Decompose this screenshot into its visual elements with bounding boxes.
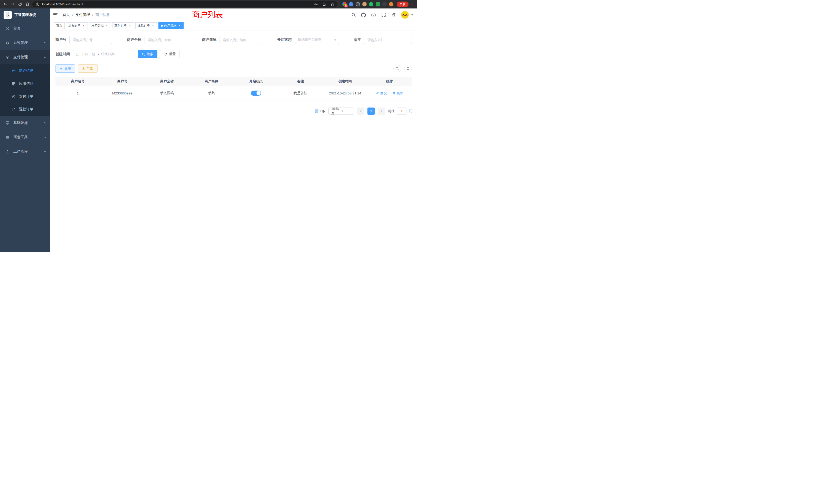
edit-button[interactable]: 修改	[376, 91, 387, 95]
date-range-picker[interactable]: 开始日期 - 结束日期	[73, 50, 134, 58]
avatar-caret-icon[interactable]: ▾	[411, 13, 413, 17]
extension-icon-4[interactable]	[362, 2, 367, 6]
sidebar-submenu-payment: 商户信息 应用信息 支付订单	[0, 64, 50, 116]
refresh-table-button[interactable]	[404, 65, 412, 72]
close-icon[interactable]: ×	[178, 24, 181, 27]
merchant-short-name-input[interactable]	[220, 36, 262, 44]
tag-home[interactable]: 首页	[54, 22, 65, 29]
browser-extensions: 10	[342, 2, 393, 6]
tag-user-group[interactable]: 用户分组 ×	[89, 22, 111, 29]
goto-page-input[interactable]	[397, 108, 407, 115]
close-icon[interactable]: ×	[105, 24, 109, 27]
browser-back-icon[interactable]	[3, 2, 8, 7]
prev-page-button[interactable]	[357, 108, 364, 115]
sidebar-item-workflow[interactable]: 工作流程	[0, 144, 50, 159]
browser-refresh-icon[interactable]	[18, 2, 23, 7]
remark-input[interactable]	[364, 36, 412, 44]
sidebar-item-merchant-info[interactable]: 商户信息	[0, 64, 50, 77]
tag-pay-order[interactable]: 支付订单 ×	[112, 22, 134, 29]
browser-home-icon[interactable]	[25, 2, 30, 7]
sidebar-item-label: 研发工具	[13, 135, 28, 140]
delete-button[interactable]: 删除	[392, 91, 403, 95]
table-toolbar: 新增 导出	[56, 64, 412, 73]
col-actions: 操作	[368, 77, 412, 86]
status-select[interactable]: 请选择开启状态 ▾	[295, 36, 339, 44]
share-icon[interactable]	[322, 2, 327, 7]
tag-refund-order[interactable]: 退款订单 ×	[135, 22, 157, 29]
active-dot	[161, 25, 163, 27]
add-button[interactable]: 新增	[56, 64, 75, 73]
extension-icon-2[interactable]	[349, 2, 353, 6]
cell-actions: 修改 删除	[368, 86, 412, 100]
hamburger-icon[interactable]	[53, 12, 59, 18]
sidebar-item-pay-order[interactable]: 支付订单	[0, 90, 50, 103]
document-icon	[11, 108, 16, 111]
reset-button[interactable]: 重置	[160, 50, 180, 58]
yen-icon: ¥	[5, 55, 10, 59]
logo-image	[4, 11, 12, 19]
merchant-name-input[interactable]	[145, 36, 187, 44]
site-info-icon[interactable]	[35, 2, 40, 7]
table-row: 1 M233666999 芋道源码 芋艿 我是备注 2021-10-23 08:…	[56, 86, 412, 100]
sidebar-item-label: 退款订单	[19, 107, 34, 112]
extension-icon-6[interactable]	[376, 2, 380, 6]
close-icon[interactable]: ×	[82, 24, 86, 27]
status-toggle[interactable]	[251, 91, 261, 96]
sidebar-logo[interactable]: 芋道管理系统	[0, 8, 50, 21]
app-title: 芋道管理系统	[14, 13, 36, 17]
help-icon[interactable]: ?	[371, 12, 376, 18]
search-button[interactable]: 搜索	[138, 50, 157, 58]
next-page-button[interactable]	[378, 108, 385, 115]
extension-icon-5[interactable]	[369, 2, 373, 6]
browser-menu-icon[interactable]: ⋮	[411, 2, 414, 7]
url-host: localhost:1024	[42, 3, 63, 6]
col-status: 开启状态	[234, 77, 278, 86]
filter-label: 创建时间	[56, 52, 70, 56]
sidebar-item-dev-tools[interactable]: 研发工具	[0, 130, 50, 144]
cell-full-name: 芋道源码	[145, 86, 189, 100]
user-avatar[interactable]	[401, 11, 409, 19]
address-bar[interactable]: localhost:1024/pay/merchant	[32, 1, 337, 7]
sidebar-item-label: 基础设施	[13, 121, 28, 125]
extension-icon-1[interactable]: 10	[342, 2, 347, 6]
chevron-down-icon	[44, 41, 47, 44]
bookmark-star-icon[interactable]	[330, 2, 335, 7]
sidebar-item-system[interactable]: ⚙ 系统管理	[0, 36, 50, 50]
page-button-1[interactable]: 1	[368, 108, 375, 115]
sidebar-item-home[interactable]: 首页	[0, 21, 50, 36]
browser-update-button[interactable]: 更新	[397, 2, 409, 7]
cell-remark: 我是备注	[278, 86, 323, 100]
sidebar-item-label: 系统管理	[13, 41, 28, 45]
sidebar-item-refund-order[interactable]: 退款订单	[0, 103, 50, 116]
sidebar-item-payment[interactable]: ¥ 支付管理	[0, 50, 50, 64]
sidebar-item-label: 支付订单	[19, 94, 34, 99]
browser-forward-icon[interactable]	[10, 2, 15, 7]
font-size-icon[interactable]	[391, 12, 396, 18]
merchant-no-input[interactable]	[69, 36, 112, 44]
export-button[interactable]: 导出	[78, 64, 97, 73]
browser-profile-avatar[interactable]	[389, 2, 393, 6]
filter-remark: 备注	[354, 36, 412, 44]
sidebar-item-app-info[interactable]: 应用信息	[0, 77, 50, 90]
toggle-search-button[interactable]	[393, 65, 401, 72]
table-header-row: 商户编号 商户号 商户全称 商户简称 开启状态 备注 创建时间 操作	[56, 77, 412, 86]
fullscreen-icon[interactable]	[381, 12, 386, 18]
breadcrumb-item[interactable]: 支付管理	[75, 13, 90, 17]
breadcrumb-item[interactable]: 首页	[63, 13, 70, 17]
app-window: 芋道管理系统 首页 ⚙ 系统管理 ¥ 支付管理	[0, 8, 417, 252]
breadcrumb-item-current: 商户信息	[95, 13, 110, 17]
page-size-select[interactable]: 10条/页 ▾	[328, 108, 354, 115]
sidebar-item-infrastructure[interactable]: 基础设施	[0, 116, 50, 130]
password-key-icon[interactable]	[313, 2, 319, 7]
tag-process-form[interactable]: 流程表单 ×	[66, 22, 88, 29]
extension-icon-7[interactable]	[382, 2, 387, 6]
github-icon[interactable]	[361, 12, 366, 18]
search-button-label: 搜索	[147, 52, 153, 56]
extension-icon-3[interactable]	[356, 2, 360, 6]
close-icon[interactable]: ×	[151, 24, 155, 27]
main-area: 首页 / 支付管理 / 商户信息 ?	[50, 8, 417, 252]
search-icon[interactable]	[351, 12, 356, 18]
close-icon[interactable]: ×	[128, 24, 132, 27]
col-merchant-no: 商户号	[100, 77, 145, 86]
tag-merchant-info[interactable]: 商户信息 ×	[158, 22, 183, 29]
